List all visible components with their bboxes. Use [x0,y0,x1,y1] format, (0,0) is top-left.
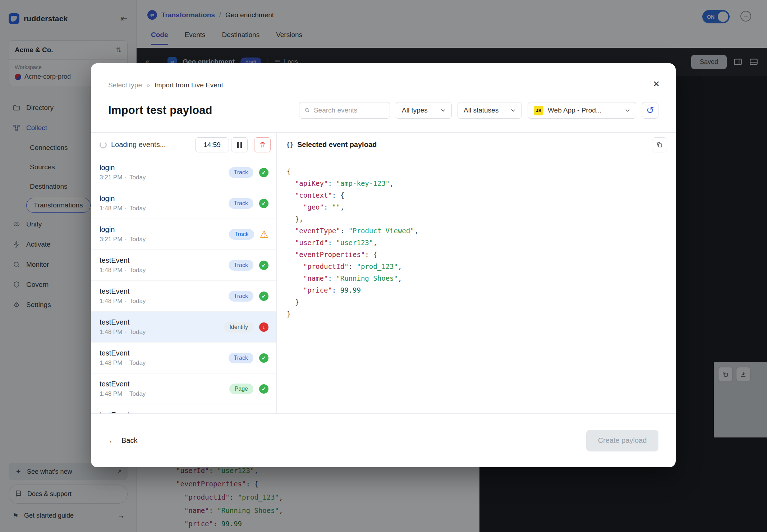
event-row[interactable]: testEvent 1:48 PM·Today Track ✓ [91,281,276,312]
reset-refresh-button[interactable]: ↺ [642,102,658,119]
event-name: login [100,225,146,234]
success-icon: ✓ [259,168,268,177]
success-icon: ✓ [259,261,268,270]
loading-label: Loading events... [111,141,166,149]
event-row[interactable]: login 3:21 PM·Today Track ⚠ [91,219,276,250]
event-name: testEvent [100,287,146,295]
event-name: testEvent [100,349,146,357]
filters-row: All types All statuses JS Web App - Prod… [299,102,658,119]
event-name: testEvent [100,380,146,388]
event-name: testEvent [100,256,146,265]
success-icon: ✓ [259,292,268,301]
event-row[interactable]: testEvent 1:48 PM·Today Page ✓ [91,373,276,404]
braces-icon: { } [287,141,293,148]
event-name: login [100,194,146,203]
screen: rudderstack ⇤ Acme & Co. ⇅ Workspace Acm… [0,0,767,532]
loading-spinner-icon [100,141,107,148]
event-type-badge: Track [229,353,253,363]
status-filter-dropdown[interactable]: All statuses [458,102,522,119]
javascript-source-icon: JS [534,106,543,115]
event-list: login 3:21 PM·Today Track ✓ login 1:48 P… [91,157,276,413]
modal-footer: ← Back Create payload [91,413,676,467]
payload-code[interactable]: { "apiKey": "amp-key-123", "context": { … [277,157,676,413]
payload-panel-header: { } Selected event payload [277,133,676,157]
event-row-selected[interactable]: testEvent 1:48 PM·Today Identify ↓ [91,312,276,343]
modal-title: Import test payload [108,104,212,117]
payload-panel-title: Selected event payload [297,141,377,149]
event-row[interactable]: testEvent 1:48 PM·Today Track ✓ [91,404,276,413]
source-filter-dropdown[interactable]: JS Web App - Prod... [528,102,636,119]
pause-button[interactable] [231,137,248,152]
import-test-payload-modal: Select type » Import from Live Event ✕ I… [91,63,676,467]
event-type-badge: Identify [224,322,253,332]
source-filter-value: Web App - Prod... [548,106,602,114]
pause-icon [237,142,239,148]
event-type-badge: Track [229,198,253,209]
create-payload-button[interactable]: Create payload [586,430,658,451]
event-row[interactable]: login 1:48 PM·Today Track ✓ [91,188,276,219]
countdown-timer: 14:59 [195,137,229,152]
event-meta: 1:48 PM·Today [100,359,146,367]
event-meta: 1:48 PM·Today [100,205,146,212]
arrow-left-icon: ← [108,436,116,445]
chevron-down-icon [441,109,446,112]
search-events-field[interactable] [299,102,390,119]
search-events-input[interactable] [314,106,385,114]
back-label: Back [121,436,137,445]
event-row[interactable]: login 3:21 PM·Today Track ✓ [91,157,276,188]
copy-payload-button[interactable] [652,137,667,152]
breadcrumb-chevrons-icon: » [146,81,150,89]
refresh-icon: ↺ [646,105,654,116]
event-row[interactable]: testEvent 1:48 PM·Today Track ✓ [91,250,276,281]
event-meta: 1:48 PM·Today [100,329,146,336]
event-name: login [100,164,146,172]
event-type-badge: Track [229,167,253,178]
events-panel: Loading events... 14:59 login 3:21 PM·To… [91,133,277,413]
chevron-down-icon [511,109,516,112]
event-meta: 3:21 PM·Today [100,236,146,243]
modal-breadcrumb: Select type » Import from Live Event [108,81,658,89]
event-type-badge: Track [229,229,254,240]
breadcrumb-import-live-event: Import from Live Event [155,81,223,89]
event-name: testEvent [100,318,146,326]
back-button[interactable]: ← Back [108,436,137,445]
event-meta: 1:48 PM·Today [100,390,146,398]
success-icon: ✓ [259,384,268,394]
copy-icon [656,142,663,148]
close-icon[interactable]: ✕ [653,80,660,88]
event-type-badge: Track [229,291,253,302]
success-icon: ✓ [259,353,268,363]
event-name: testEvent [100,411,146,413]
event-type-badge: Track [229,260,253,271]
breadcrumb-select-type[interactable]: Select type [108,81,142,89]
error-down-icon: ↓ [259,322,268,332]
event-row[interactable]: testEvent 1:48 PM·Today Track ✓ [91,343,276,373]
status-filter-value: All statuses [464,106,499,114]
events-panel-header: Loading events... 14:59 [91,133,276,157]
event-type-badge: Page [229,384,253,394]
event-meta: 1:48 PM·Today [100,298,146,305]
type-filter-dropdown[interactable]: All types [396,102,452,119]
chevron-down-icon [625,109,630,112]
warning-icon: ⚠ [260,229,268,240]
success-icon: ✓ [259,199,268,208]
clear-events-button[interactable] [254,137,271,152]
event-meta: 1:48 PM·Today [100,267,146,274]
type-filter-value: All types [402,106,428,114]
payload-panel: { } Selected event payload { "apiKey": "… [277,133,676,413]
trash-icon [259,141,266,148]
search-icon [304,107,310,114]
event-meta: 3:21 PM·Today [100,174,146,181]
